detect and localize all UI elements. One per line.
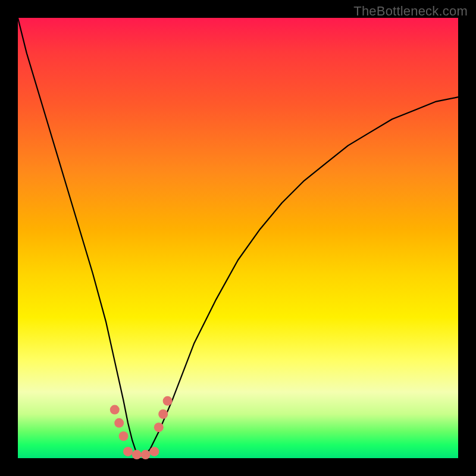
bottleneck-curve: [18, 18, 458, 454]
marker-left-cluster-3: [119, 431, 129, 441]
plot-area: [18, 18, 458, 458]
marker-right-cluster-1: [154, 422, 164, 432]
markers-group: [110, 396, 173, 459]
marker-left-cluster-2: [114, 418, 124, 428]
watermark-text: TheBottleneck.com: [353, 4, 468, 19]
marker-floor-2: [132, 450, 142, 459]
marker-floor-4: [149, 447, 159, 456]
marker-right-cluster-3: [163, 396, 173, 406]
curve-svg: [18, 18, 458, 458]
marker-floor-1: [123, 447, 133, 456]
marker-floor-3: [141, 450, 151, 459]
marker-right-cluster-2: [158, 409, 168, 419]
chart-frame: TheBottleneck.com: [0, 0, 476, 476]
marker-left-cluster-1: [110, 405, 120, 415]
